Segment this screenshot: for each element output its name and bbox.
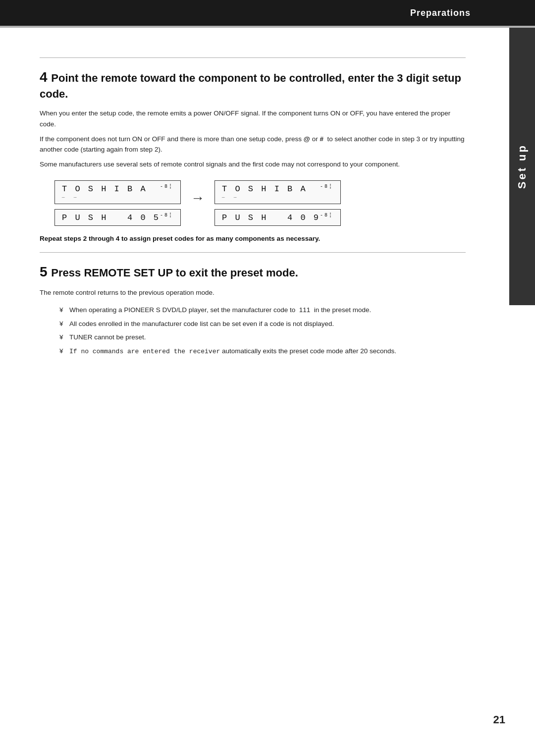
step4-heading: 4 Point the remote toward the component … [40,68,466,101]
step4-para3: Some manufacturers use several sets of r… [40,159,466,170]
main-content: 4 Point the remote toward the component … [40,28,466,357]
step5-body: The remote control returns to the previo… [40,287,466,298]
divider-top [40,57,466,58]
left-bottom-display: P U S H 4 0 5-8¦ [54,209,181,226]
step5-heading: 5 Press REMOTE SET UP to exit the preset… [40,263,466,281]
right-diagram-group: T O S H I B A -8¦ ┈ ┈ P U S H 4 0 9-8¦ [214,180,341,225]
left-diagram-group: T O S H I B A -8¦ ┈ ┈ P U S H 4 0 5-8¦ [54,180,181,225]
bullet-item-1: When operating a PIONEER S DVD/LD player… [59,305,466,316]
sidebar-label: Set up [516,144,529,189]
bullet-item-2: All codes enrolled in the manufacturer c… [59,319,466,329]
diagrams-area: T O S H I B A -8¦ ┈ ┈ P U S H 4 0 5-8¦ →… [54,180,466,225]
step5-heading-text: Press REMOTE SET UP to exit the preset m… [51,267,298,279]
left-top-display: T O S H I B A -8¦ ┈ ┈ [54,180,181,204]
left-top-dots: ┈ ┈ [62,195,173,201]
step4-heading-text: Point the remote toward the component to… [40,72,461,100]
step4-number: 4 [40,69,51,85]
repeat-note: Repeat steps 2 through 4 to assign prese… [40,235,466,242]
bullet-item-4: If no commands are entered the receiver … [59,346,466,357]
step4-para2: If the component does not turn ON or OFF… [40,134,466,155]
bullet-item-3: TUNER cannot be preset. [59,332,466,343]
step4-para1: When you enter the setup code, the remot… [40,108,466,129]
right-top-display: T O S H I B A -8¦ ┈ ┈ [214,180,341,204]
header-bar: Preparations [0,0,535,26]
header-title: Preparations [410,8,471,18]
arrow-icon: → [181,190,214,206]
step5-number: 5 [40,264,51,279]
right-bottom-display: P U S H 4 0 9-8¦ [214,209,341,226]
bullet4-monospace: If no commands are entered the receiver [69,348,220,355]
page-number: 21 [493,713,505,726]
right-sidebar: Set up [509,28,535,305]
bullet-list: When operating a PIONEER S DVD/LD player… [59,305,466,357]
divider-middle [40,252,466,253]
right-top-dots: ┈ ┈ [222,195,333,201]
